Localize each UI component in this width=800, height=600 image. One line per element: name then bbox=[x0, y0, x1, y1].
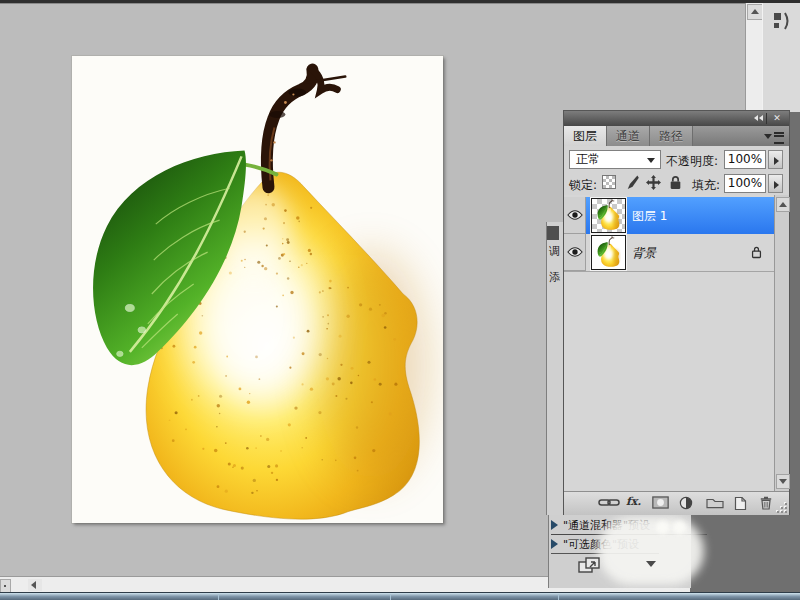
arrow-left-icon bbox=[31, 581, 36, 589]
tab-channels[interactable]: 通道 bbox=[607, 126, 650, 146]
transparency-checker-icon bbox=[602, 175, 616, 189]
move-cross-icon bbox=[646, 175, 661, 190]
layer-row-background[interactable]: 背景 bbox=[564, 234, 774, 272]
paintbrush-icon bbox=[624, 175, 639, 190]
layer-style-fx-icon[interactable]: fx. bbox=[626, 495, 641, 508]
out-of-focus-highlight bbox=[598, 517, 704, 585]
collapse-to-icons-button[interactable] bbox=[750, 113, 767, 124]
lock-image-pixels-button[interactable] bbox=[624, 175, 639, 190]
blend-mode-select[interactable]: 正常 bbox=[569, 150, 661, 169]
close-panel-button[interactable]: ✕ bbox=[769, 113, 785, 124]
layer-name[interactable]: 图层 1 bbox=[632, 208, 667, 225]
new-group-folder-icon[interactable] bbox=[706, 496, 724, 509]
opacity-spinner-button[interactable] bbox=[768, 150, 783, 169]
arrow-up-icon bbox=[779, 202, 787, 207]
layer-row-layer1[interactable]: 图层 1 bbox=[564, 197, 774, 234]
fill-spinner-button[interactable] bbox=[768, 174, 783, 193]
list-scroll-down-button[interactable] bbox=[776, 474, 790, 489]
menu-lines-icon bbox=[774, 132, 784, 144]
lock-transparent-pixels-button[interactable] bbox=[602, 175, 617, 190]
layers-panel: ✕ 图层 通道 路径 正常 不透明度: 100% 锁定: bbox=[563, 110, 790, 515]
chevron-left-icon bbox=[754, 115, 758, 121]
tab-layers[interactable]: 图层 bbox=[564, 126, 607, 146]
arrow-up-icon bbox=[751, 9, 759, 14]
panel-menu-button[interactable] bbox=[764, 129, 786, 143]
strip-divider bbox=[390, 594, 391, 600]
new-layer-icon[interactable] bbox=[734, 496, 747, 511]
chevron-left-icon bbox=[759, 115, 763, 121]
lock-label: 锁定: bbox=[569, 177, 597, 194]
padlock-icon bbox=[668, 175, 683, 190]
opacity-label: 不透明度: bbox=[666, 153, 718, 170]
fill-field[interactable]: 100% bbox=[724, 174, 766, 193]
list-scroll-up-button[interactable] bbox=[776, 197, 790, 212]
out-of-focus-dot bbox=[656, 521, 669, 534]
out-of-focus-dot bbox=[673, 521, 686, 534]
strip-divider bbox=[558, 594, 559, 600]
arrow-right-icon bbox=[774, 157, 779, 165]
layer-controls: 正常 不透明度: 100% 锁定: bbox=[564, 146, 789, 195]
chevron-down-icon bbox=[647, 158, 655, 163]
adjustment-layer-icon[interactable] bbox=[679, 496, 693, 510]
hidden-adjustments-panel-edge: 调 添 bbox=[546, 222, 564, 515]
tab-paths[interactable]: 路径 bbox=[650, 126, 693, 146]
delete-layer-trash-icon[interactable] bbox=[760, 496, 772, 510]
photoshop-workspace: 调 添 "通道混和器"预设 "可选颜色"预设 ✕ 图层 通道 bbox=[0, 0, 800, 600]
layer-thumbnail[interactable] bbox=[591, 235, 626, 270]
layers-list: 图层 1 背景 bbox=[564, 195, 789, 491]
collapsed-panel-dock bbox=[762, 3, 800, 112]
hidden-panel-tab bbox=[547, 226, 559, 240]
scroll-up-button[interactable] bbox=[747, 4, 763, 20]
layer-thumbnail[interactable] bbox=[591, 198, 626, 233]
visibility-toggle[interactable] bbox=[564, 197, 586, 234]
hidden-panel-char: 调 bbox=[549, 244, 563, 259]
caret-down-icon bbox=[646, 561, 656, 567]
link-layers-icon[interactable] bbox=[598, 496, 620, 509]
hidden-panel-char: 添 bbox=[549, 270, 563, 285]
eye-icon bbox=[567, 246, 583, 258]
blend-mode-value: 正常 bbox=[576, 152, 600, 166]
arrow-down-icon bbox=[779, 479, 787, 484]
disclosure-triangle-icon bbox=[551, 539, 558, 549]
document-canvas[interactable] bbox=[72, 56, 443, 523]
arrow-right-icon bbox=[774, 181, 779, 189]
strip-divider bbox=[218, 594, 219, 600]
background-right-gap bbox=[790, 112, 800, 515]
layers-list-scrollbar[interactable] bbox=[774, 195, 789, 491]
scrollbar-nub[interactable] bbox=[0, 579, 11, 593]
window-top-edge bbox=[0, 0, 800, 4]
layer-name[interactable]: 背景 bbox=[632, 245, 656, 262]
layer-row-body[interactable]: 图层 1 bbox=[586, 197, 774, 234]
panel-resize-grip[interactable] bbox=[777, 503, 787, 513]
opacity-field[interactable]: 100% bbox=[724, 150, 766, 169]
dot-icon bbox=[4, 585, 6, 587]
eye-icon bbox=[567, 209, 583, 221]
disclosure-triangle-icon bbox=[551, 520, 558, 530]
visibility-toggle[interactable] bbox=[564, 234, 586, 271]
layers-panel-footer: fx. bbox=[564, 491, 789, 515]
layer-row-body[interactable]: 背景 bbox=[586, 234, 774, 271]
lock-position-button[interactable] bbox=[646, 175, 661, 190]
panel-header-bar[interactable]: ✕ bbox=[564, 111, 789, 126]
fill-label: 填充: bbox=[692, 177, 720, 194]
add-layer-mask-icon[interactable] bbox=[652, 496, 669, 509]
panel-tab-bar: 图层 通道 路径 bbox=[564, 126, 789, 146]
collapsed-dock-icon[interactable] bbox=[771, 10, 793, 32]
scroll-left-button[interactable] bbox=[28, 579, 42, 591]
layer-lock-icon bbox=[751, 245, 762, 259]
lock-all-button[interactable] bbox=[668, 175, 683, 190]
menu-triangle-icon bbox=[764, 134, 772, 139]
expand-panel-icon[interactable] bbox=[577, 556, 601, 574]
bottom-window-edge bbox=[0, 592, 800, 600]
pear-artwork bbox=[72, 56, 443, 523]
lock-options bbox=[602, 175, 683, 190]
